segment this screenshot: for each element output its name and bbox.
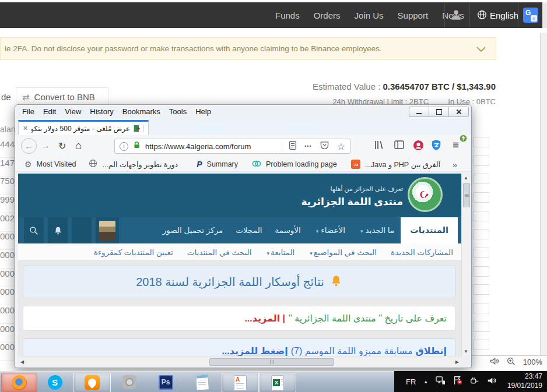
taskbar-clock[interactable]: 23:47 19/01/2019 [507, 372, 542, 390]
hamburger-menu-icon[interactable]: ≡ [453, 139, 459, 151]
taskbar-uc-browser-button[interactable] [73, 373, 111, 392]
menu-history[interactable]: History [90, 107, 113, 116]
taskbar-gray-app-button[interactable] [112, 373, 147, 391]
announcement-text-green[interactable]: تعرف على تاريخ " منتدى اللمة الجزائرية " [289, 313, 447, 324]
announcement-text-mid[interactable]: مسابقة مميزو اللمة الموسم (7) [291, 345, 413, 356]
row-action-box[interactable] [474, 340, 489, 350]
nav-orders[interactable]: Orders [314, 10, 341, 20]
bookmarks-overflow-icon[interactable]: » [453, 160, 457, 169]
taskbar-firefox-button[interactable] [1, 373, 37, 392]
volume-icon[interactable] [487, 376, 497, 387]
menu-view[interactable]: View [65, 107, 81, 116]
taskbar-wordpad-button[interactable]: A [222, 373, 259, 392]
home-button[interactable]: ⌂ [75, 139, 82, 152]
announcement-more-link[interactable]: | المزيد... [244, 313, 285, 324]
row-action-box[interactable] [474, 192, 489, 203]
reader-mode-icon[interactable] [289, 141, 296, 152]
power-plug-icon[interactable] [470, 376, 479, 387]
network-icon[interactable] [436, 376, 446, 387]
taskbar-skype-button[interactable]: S [37, 373, 72, 391]
pocket-icon[interactable] [320, 141, 329, 151]
profile-avatar-button[interactable] [96, 217, 119, 243]
hidden-icons-arrow[interactable]: ▲ [423, 379, 428, 384]
row-action-box[interactable] [474, 266, 489, 277]
menu-bookmarks[interactable]: Bookmarks [122, 107, 160, 116]
announcement-history[interactable]: تعرف على تاريخ " منتدى اللمة الجزائرية "… [23, 306, 455, 331]
user-icon[interactable] [450, 8, 462, 23]
link-search-topics[interactable]: البحث في المواضيع▾ [308, 248, 377, 257]
menu-file[interactable]: File [22, 107, 34, 116]
link-new-posts[interactable]: المشاركات الجديدة [391, 248, 453, 257]
language-indicator[interactable]: FR [406, 377, 416, 386]
vertical-scrollbar[interactable]: ▲ ▼ [461, 174, 470, 356]
nav-funds[interactable]: Funds [275, 10, 300, 20]
tab-forums[interactable]: المنتديات [401, 217, 458, 243]
tab-members[interactable]: الأعضاء▾ [307, 217, 352, 243]
row-action-box[interactable] [474, 322, 489, 332]
url-bar[interactable]: i https://www.4algeria.com/forum ••• ☆ [114, 139, 350, 154]
bookmark-problem-loading[interactable]: Problem loading page [266, 160, 337, 168]
minimize-button[interactable] [409, 107, 429, 117]
url-text[interactable]: https://www.4algeria.com/forum [145, 142, 272, 151]
menu-edit[interactable]: Edit [43, 107, 56, 116]
bookmark-summary[interactable]: Summary [207, 160, 238, 168]
tab-magazines[interactable]: المجلات [229, 217, 268, 243]
scroll-down-icon[interactable]: ▼ [464, 349, 468, 354]
tab-active[interactable]: ✕ عرض مُلغى - متوفر 500 دولار بتكوين ★ [18, 120, 149, 135]
close-button[interactable] [448, 107, 469, 117]
announcement-text-start[interactable]: إنطلاق [415, 345, 447, 356]
row-action-box[interactable] [474, 174, 489, 184]
chevron-down-icon[interactable] [476, 44, 486, 55]
search-button[interactable] [24, 217, 44, 243]
menu-help[interactable]: Help [195, 107, 211, 116]
taskbar-excel-button[interactable]: X [259, 373, 296, 392]
forum-logo-emblem[interactable] [408, 177, 443, 212]
back-button[interactable]: ← [21, 138, 37, 154]
row-action-box[interactable] [474, 156, 489, 166]
sidebar-icon[interactable] [394, 140, 404, 151]
row-action-box[interactable] [474, 284, 489, 295]
bookmark-star-icon[interactable]: ☆ [337, 141, 345, 152]
taskbar-notepad-button[interactable] [184, 373, 220, 391]
addon-red-icon[interactable] [413, 140, 424, 153]
zoom-in-icon[interactable] [507, 357, 516, 368]
scroll-up-icon[interactable]: ▲ [464, 175, 468, 181]
bookmark-php-java[interactable]: الفرق بين PHP و Java... [365, 160, 440, 169]
announcement-text[interactable]: نتائج أوسكار اللمة الجزائرية لسنة 2018 [136, 275, 324, 289]
language-selector[interactable]: English [490, 10, 518, 20]
reload-button[interactable]: ↻ [58, 140, 66, 151]
speaker-icon[interactable] [490, 357, 499, 367]
announcement-click-link[interactable]: إضغط للمزيد... [222, 345, 287, 356]
nav-support[interactable]: Support [398, 10, 429, 20]
alerts-bell-button[interactable] [48, 217, 68, 243]
library-icon[interactable] [374, 140, 384, 153]
announcement-contest[interactable]: إنطلاق مسابقة مميزو اللمة الموسم (7) إضغ… [23, 338, 455, 356]
scroll-left-icon[interactable]: ◀ [20, 359, 24, 365]
announcement-oscars[interactable]: نتائج أوسكار اللمة الجزائرية لسنة 2018 [23, 266, 455, 298]
link-search-forums[interactable]: البحث في المنتديات [187, 248, 252, 257]
tab-whats-new[interactable]: ما الجديد▾ [352, 217, 401, 243]
row-action-box[interactable] [474, 229, 489, 239]
site-info-icon[interactable]: i [120, 142, 128, 151]
taskbar-photoshop-button[interactable]: Ps [148, 373, 183, 391]
row-action-box[interactable] [474, 303, 489, 313]
row-action-box[interactable] [474, 211, 489, 221]
bookmark-arabic-course[interactable]: دورة تطوير واجهات الم... [102, 160, 178, 169]
row-action-box[interactable] [474, 137, 489, 147]
restore-button[interactable] [429, 107, 449, 117]
nav-join-us[interactable]: Join Us [355, 10, 384, 20]
tab-close-icon[interactable]: ✕ [23, 125, 28, 132]
tab-medals[interactable]: الأوسمة [269, 217, 307, 243]
horizontal-scrollbar[interactable]: ◀ ▶ [18, 356, 461, 366]
page-scrollbar[interactable] [540, 33, 547, 355]
menu-tools[interactable]: Tools [169, 107, 187, 116]
tab-image-center[interactable]: مركز تحميل الصور [156, 217, 230, 243]
horizontal-scroll-thumb[interactable] [209, 358, 334, 366]
link-following[interactable]: المتابعة▾ [265, 248, 294, 257]
scroll-right-icon[interactable]: ▶ [455, 359, 459, 365]
page-actions-icon[interactable]: ••• [304, 143, 311, 149]
action-center-flag-icon[interactable] [453, 376, 462, 387]
forward-button[interactable]: → [41, 140, 50, 151]
row-action-box[interactable] [474, 248, 489, 258]
link-mark-read[interactable]: تعيين المنتديات كمقروءة [94, 248, 173, 257]
